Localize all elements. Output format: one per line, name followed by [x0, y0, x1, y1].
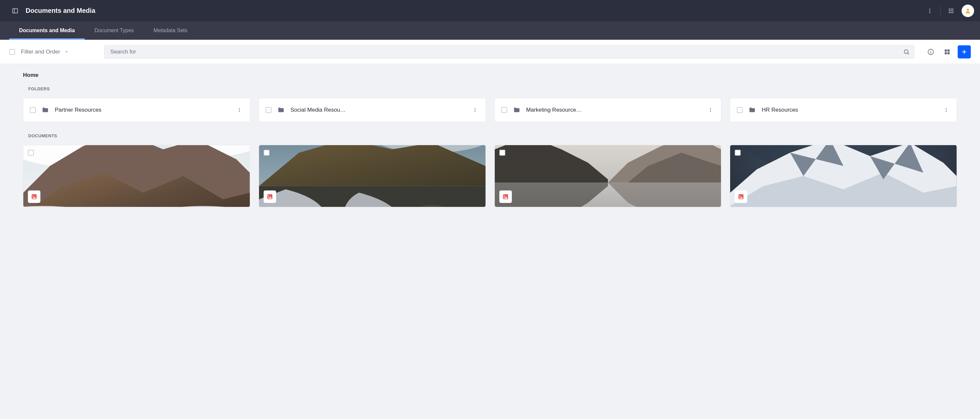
folder-more-icon[interactable] [705, 104, 716, 116]
svg-rect-23 [948, 52, 950, 54]
svg-rect-5 [949, 8, 950, 10]
svg-point-3 [929, 10, 931, 11]
image-type-badge [28, 190, 40, 203]
folder-more-icon[interactable] [940, 104, 952, 116]
folder-icon [749, 107, 756, 114]
svg-rect-10 [953, 10, 953, 11]
document-thumbnail [495, 145, 721, 207]
folder-checkbox[interactable] [737, 107, 743, 113]
folder-name: Marketing Resource… [526, 107, 699, 113]
svg-point-32 [710, 108, 711, 109]
document-checkbox[interactable] [735, 150, 741, 156]
image-icon [738, 193, 744, 200]
add-button[interactable] [958, 45, 971, 59]
folders-section-label: FOLDERS [28, 86, 957, 91]
tab-label: Metadata Sets [154, 27, 188, 33]
documents-section-label: DOCUMENTS [28, 133, 957, 138]
svg-rect-7 [953, 8, 953, 10]
svg-point-30 [474, 110, 476, 111]
svg-line-16 [908, 53, 909, 54]
svg-point-35 [946, 108, 947, 109]
view-grid-icon[interactable] [941, 46, 953, 58]
folder-name: HR Resources [762, 107, 934, 113]
document-thumbnail [259, 145, 485, 207]
svg-point-4 [929, 12, 931, 13]
document-checkbox[interactable] [264, 150, 270, 156]
image-type-badge [735, 190, 747, 203]
search-icon[interactable] [903, 49, 910, 55]
image-icon [502, 193, 509, 200]
image-type-badge [500, 190, 512, 203]
user-avatar[interactable] [962, 5, 974, 17]
document-card[interactable] [23, 145, 250, 207]
document-card[interactable] [495, 145, 722, 207]
tabs-bar: Documents and Media Document Types Metad… [0, 21, 980, 40]
folder-checkbox[interactable] [30, 107, 36, 113]
svg-point-2 [929, 8, 931, 10]
folder-checkbox[interactable] [501, 107, 507, 113]
folder-card[interactable]: Partner Resources [23, 98, 250, 122]
svg-point-31 [474, 111, 476, 112]
page-title: Documents and Media [25, 7, 95, 14]
document-checkbox[interactable] [500, 150, 505, 156]
svg-rect-20 [945, 49, 947, 51]
svg-rect-8 [949, 10, 950, 11]
svg-rect-11 [949, 12, 950, 13]
svg-point-27 [239, 110, 240, 111]
filter-order-button[interactable]: Filter and Order [21, 47, 68, 56]
svg-point-15 [904, 49, 908, 54]
svg-point-33 [710, 110, 711, 111]
image-icon [31, 193, 37, 200]
svg-rect-12 [951, 12, 952, 13]
tab-metadata-sets[interactable]: Metadata Sets [144, 21, 197, 40]
breadcrumb[interactable]: Home [23, 72, 957, 78]
folder-more-icon[interactable] [234, 104, 245, 116]
svg-rect-0 [13, 8, 18, 13]
select-all-checkbox[interactable] [9, 49, 15, 55]
folder-checkbox[interactable] [266, 107, 272, 113]
document-thumbnail [730, 145, 957, 207]
svg-rect-13 [953, 12, 953, 13]
svg-point-26 [239, 108, 240, 109]
document-card[interactable] [730, 145, 957, 207]
document-thumbnail [23, 145, 250, 207]
filter-label: Filter and Order [21, 49, 60, 55]
svg-point-37 [946, 111, 947, 112]
folder-icon [513, 107, 520, 114]
svg-point-36 [946, 110, 947, 111]
search-input[interactable] [104, 45, 914, 59]
image-type-badge [264, 190, 276, 203]
folder-more-icon[interactable] [469, 104, 481, 116]
tab-label: Document Types [95, 27, 134, 33]
folder-card[interactable]: HR Resources [730, 98, 957, 122]
tab-documents-media[interactable]: Documents and Media [9, 21, 85, 40]
svg-point-14 [967, 8, 969, 11]
tab-label: Documents and Media [19, 27, 75, 33]
folder-icon [42, 107, 49, 114]
svg-rect-6 [951, 8, 952, 10]
folder-icon [277, 107, 285, 114]
folder-card[interactable]: Social Media Resou… [259, 98, 486, 122]
tab-document-types[interactable]: Document Types [85, 21, 144, 40]
apps-grid-icon[interactable] [945, 5, 957, 17]
folder-card[interactable]: Marketing Resource… [495, 98, 722, 122]
document-checkbox[interactable] [28, 150, 34, 156]
svg-point-29 [474, 108, 476, 109]
svg-point-34 [710, 111, 711, 112]
svg-rect-22 [945, 52, 947, 54]
image-icon [267, 193, 273, 200]
panel-toggle-icon[interactable] [9, 5, 21, 17]
folder-name: Social Media Resou… [291, 107, 463, 113]
svg-rect-9 [951, 10, 952, 11]
caret-down-icon [65, 50, 68, 54]
folder-name: Partner Resources [55, 107, 228, 113]
svg-point-28 [239, 111, 240, 112]
info-icon[interactable] [925, 46, 937, 58]
svg-point-19 [931, 50, 931, 51]
document-card[interactable] [259, 145, 486, 207]
header-more-icon[interactable] [924, 5, 935, 17]
plus-icon [961, 49, 967, 55]
svg-rect-21 [948, 49, 950, 51]
